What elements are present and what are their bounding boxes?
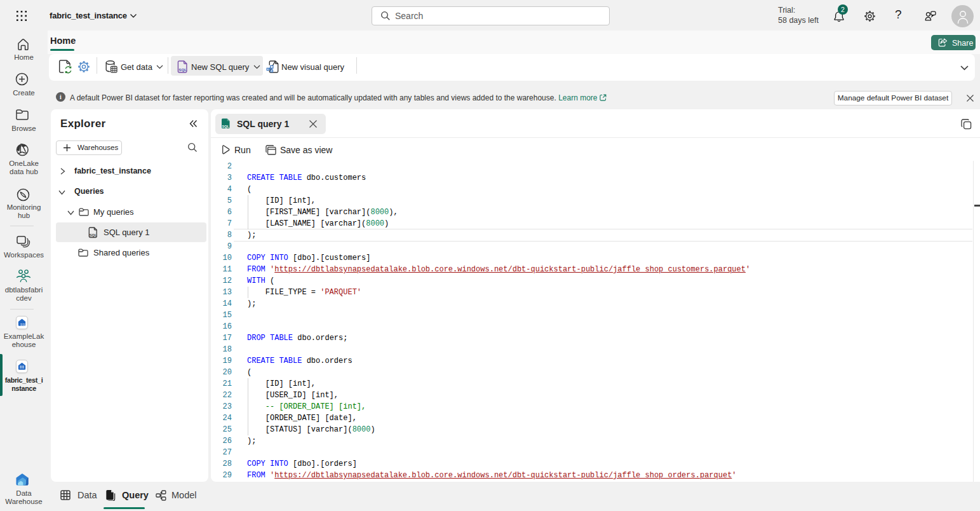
svg-text:SQL: SQL	[90, 233, 97, 237]
svg-text:SQL: SQL	[222, 125, 230, 128]
svg-text:SQL: SQL	[178, 67, 187, 72]
